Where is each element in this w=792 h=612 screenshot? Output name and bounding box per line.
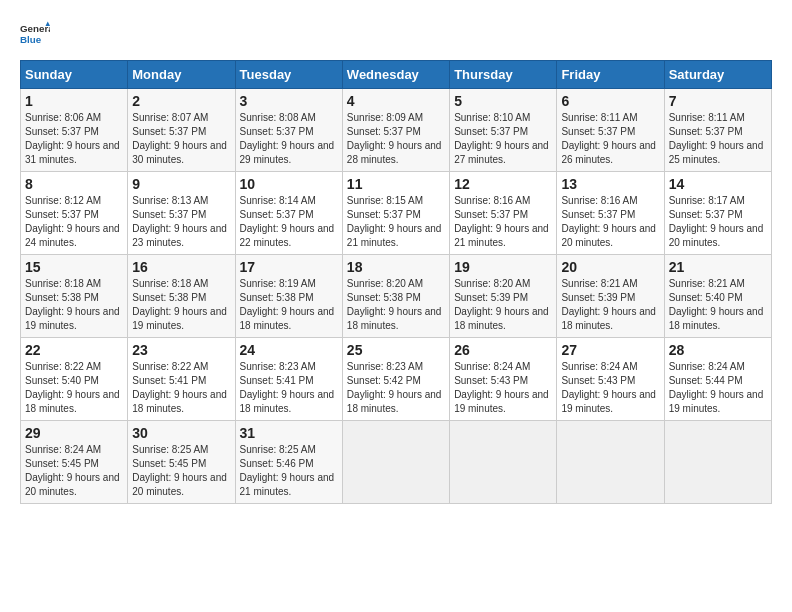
calendar-day-cell: 13Sunrise: 8:16 AMSunset: 5:37 PMDayligh… [557, 172, 664, 255]
day-info: Sunrise: 8:18 AMSunset: 5:38 PMDaylight:… [132, 277, 230, 333]
day-info: Sunrise: 8:21 AMSunset: 5:40 PMDaylight:… [669, 277, 767, 333]
day-info: Sunrise: 8:24 AMSunset: 5:43 PMDaylight:… [561, 360, 659, 416]
day-number: 12 [454, 176, 552, 192]
day-info: Sunrise: 8:23 AMSunset: 5:42 PMDaylight:… [347, 360, 445, 416]
calendar-day-cell: 21Sunrise: 8:21 AMSunset: 5:40 PMDayligh… [664, 255, 771, 338]
day-number: 16 [132, 259, 230, 275]
day-number: 24 [240, 342, 338, 358]
day-of-week-header: Sunday [21, 61, 128, 89]
day-info: Sunrise: 8:25 AMSunset: 5:46 PMDaylight:… [240, 443, 338, 499]
day-number: 27 [561, 342, 659, 358]
day-number: 22 [25, 342, 123, 358]
day-info: Sunrise: 8:15 AMSunset: 5:37 PMDaylight:… [347, 194, 445, 250]
calendar-day-cell: 16Sunrise: 8:18 AMSunset: 5:38 PMDayligh… [128, 255, 235, 338]
calendar-day-cell: 20Sunrise: 8:21 AMSunset: 5:39 PMDayligh… [557, 255, 664, 338]
day-info: Sunrise: 8:12 AMSunset: 5:37 PMDaylight:… [25, 194, 123, 250]
day-info: Sunrise: 8:23 AMSunset: 5:41 PMDaylight:… [240, 360, 338, 416]
calendar-week-row: 1Sunrise: 8:06 AMSunset: 5:37 PMDaylight… [21, 89, 772, 172]
day-info: Sunrise: 8:20 AMSunset: 5:38 PMDaylight:… [347, 277, 445, 333]
day-info: Sunrise: 8:22 AMSunset: 5:40 PMDaylight:… [25, 360, 123, 416]
calendar-day-cell: 6Sunrise: 8:11 AMSunset: 5:37 PMDaylight… [557, 89, 664, 172]
day-number: 2 [132, 93, 230, 109]
day-number: 14 [669, 176, 767, 192]
calendar-day-cell: 31Sunrise: 8:25 AMSunset: 5:46 PMDayligh… [235, 421, 342, 504]
day-info: Sunrise: 8:06 AMSunset: 5:37 PMDaylight:… [25, 111, 123, 167]
calendar-day-cell: 1Sunrise: 8:06 AMSunset: 5:37 PMDaylight… [21, 89, 128, 172]
calendar-table: SundayMondayTuesdayWednesdayThursdayFrid… [20, 60, 772, 504]
calendar-day-cell: 30Sunrise: 8:25 AMSunset: 5:45 PMDayligh… [128, 421, 235, 504]
calendar-week-row: 29Sunrise: 8:24 AMSunset: 5:45 PMDayligh… [21, 421, 772, 504]
svg-text:General: General [20, 23, 50, 34]
calendar-day-cell [342, 421, 449, 504]
day-info: Sunrise: 8:13 AMSunset: 5:37 PMDaylight:… [132, 194, 230, 250]
day-info: Sunrise: 8:20 AMSunset: 5:39 PMDaylight:… [454, 277, 552, 333]
day-number: 10 [240, 176, 338, 192]
day-number: 13 [561, 176, 659, 192]
day-of-week-header: Friday [557, 61, 664, 89]
calendar-day-cell: 17Sunrise: 8:19 AMSunset: 5:38 PMDayligh… [235, 255, 342, 338]
calendar-day-cell: 29Sunrise: 8:24 AMSunset: 5:45 PMDayligh… [21, 421, 128, 504]
day-info: Sunrise: 8:24 AMSunset: 5:43 PMDaylight:… [454, 360, 552, 416]
day-info: Sunrise: 8:16 AMSunset: 5:37 PMDaylight:… [561, 194, 659, 250]
day-number: 25 [347, 342, 445, 358]
day-number: 28 [669, 342, 767, 358]
calendar-day-cell [450, 421, 557, 504]
calendar-day-cell: 7Sunrise: 8:11 AMSunset: 5:37 PMDaylight… [664, 89, 771, 172]
calendar-day-cell: 10Sunrise: 8:14 AMSunset: 5:37 PMDayligh… [235, 172, 342, 255]
day-number: 3 [240, 93, 338, 109]
day-number: 19 [454, 259, 552, 275]
logo-icon: General Blue [20, 20, 50, 50]
calendar-day-cell: 19Sunrise: 8:20 AMSunset: 5:39 PMDayligh… [450, 255, 557, 338]
calendar-day-cell: 11Sunrise: 8:15 AMSunset: 5:37 PMDayligh… [342, 172, 449, 255]
header: General Blue [20, 20, 772, 50]
day-info: Sunrise: 8:24 AMSunset: 5:45 PMDaylight:… [25, 443, 123, 499]
calendar-day-cell: 5Sunrise: 8:10 AMSunset: 5:37 PMDaylight… [450, 89, 557, 172]
day-info: Sunrise: 8:18 AMSunset: 5:38 PMDaylight:… [25, 277, 123, 333]
day-number: 8 [25, 176, 123, 192]
calendar-day-cell: 24Sunrise: 8:23 AMSunset: 5:41 PMDayligh… [235, 338, 342, 421]
calendar-day-cell: 14Sunrise: 8:17 AMSunset: 5:37 PMDayligh… [664, 172, 771, 255]
day-info: Sunrise: 8:16 AMSunset: 5:37 PMDaylight:… [454, 194, 552, 250]
day-info: Sunrise: 8:22 AMSunset: 5:41 PMDaylight:… [132, 360, 230, 416]
day-number: 15 [25, 259, 123, 275]
svg-text:Blue: Blue [20, 34, 42, 45]
day-info: Sunrise: 8:10 AMSunset: 5:37 PMDaylight:… [454, 111, 552, 167]
calendar-day-cell: 18Sunrise: 8:20 AMSunset: 5:38 PMDayligh… [342, 255, 449, 338]
calendar-day-cell [557, 421, 664, 504]
day-info: Sunrise: 8:19 AMSunset: 5:38 PMDaylight:… [240, 277, 338, 333]
day-info: Sunrise: 8:11 AMSunset: 5:37 PMDaylight:… [669, 111, 767, 167]
day-of-week-header: Monday [128, 61, 235, 89]
calendar-day-cell: 2Sunrise: 8:07 AMSunset: 5:37 PMDaylight… [128, 89, 235, 172]
day-info: Sunrise: 8:09 AMSunset: 5:37 PMDaylight:… [347, 111, 445, 167]
day-info: Sunrise: 8:11 AMSunset: 5:37 PMDaylight:… [561, 111, 659, 167]
calendar-day-cell: 3Sunrise: 8:08 AMSunset: 5:37 PMDaylight… [235, 89, 342, 172]
calendar-day-cell: 12Sunrise: 8:16 AMSunset: 5:37 PMDayligh… [450, 172, 557, 255]
day-number: 20 [561, 259, 659, 275]
calendar-header-row: SundayMondayTuesdayWednesdayThursdayFrid… [21, 61, 772, 89]
day-number: 5 [454, 93, 552, 109]
calendar-day-cell: 27Sunrise: 8:24 AMSunset: 5:43 PMDayligh… [557, 338, 664, 421]
day-info: Sunrise: 8:08 AMSunset: 5:37 PMDaylight:… [240, 111, 338, 167]
calendar-day-cell: 9Sunrise: 8:13 AMSunset: 5:37 PMDaylight… [128, 172, 235, 255]
day-info: Sunrise: 8:17 AMSunset: 5:37 PMDaylight:… [669, 194, 767, 250]
day-number: 17 [240, 259, 338, 275]
calendar-day-cell: 28Sunrise: 8:24 AMSunset: 5:44 PMDayligh… [664, 338, 771, 421]
calendar-day-cell: 25Sunrise: 8:23 AMSunset: 5:42 PMDayligh… [342, 338, 449, 421]
calendar-day-cell: 23Sunrise: 8:22 AMSunset: 5:41 PMDayligh… [128, 338, 235, 421]
calendar-day-cell: 26Sunrise: 8:24 AMSunset: 5:43 PMDayligh… [450, 338, 557, 421]
day-number: 11 [347, 176, 445, 192]
day-of-week-header: Thursday [450, 61, 557, 89]
calendar-week-row: 15Sunrise: 8:18 AMSunset: 5:38 PMDayligh… [21, 255, 772, 338]
day-number: 9 [132, 176, 230, 192]
day-info: Sunrise: 8:07 AMSunset: 5:37 PMDaylight:… [132, 111, 230, 167]
calendar-week-row: 8Sunrise: 8:12 AMSunset: 5:37 PMDaylight… [21, 172, 772, 255]
day-info: Sunrise: 8:25 AMSunset: 5:45 PMDaylight:… [132, 443, 230, 499]
day-info: Sunrise: 8:14 AMSunset: 5:37 PMDaylight:… [240, 194, 338, 250]
day-number: 7 [669, 93, 767, 109]
day-number: 1 [25, 93, 123, 109]
calendar-day-cell: 22Sunrise: 8:22 AMSunset: 5:40 PMDayligh… [21, 338, 128, 421]
day-number: 4 [347, 93, 445, 109]
day-number: 30 [132, 425, 230, 441]
day-number: 29 [25, 425, 123, 441]
calendar-day-cell: 8Sunrise: 8:12 AMSunset: 5:37 PMDaylight… [21, 172, 128, 255]
